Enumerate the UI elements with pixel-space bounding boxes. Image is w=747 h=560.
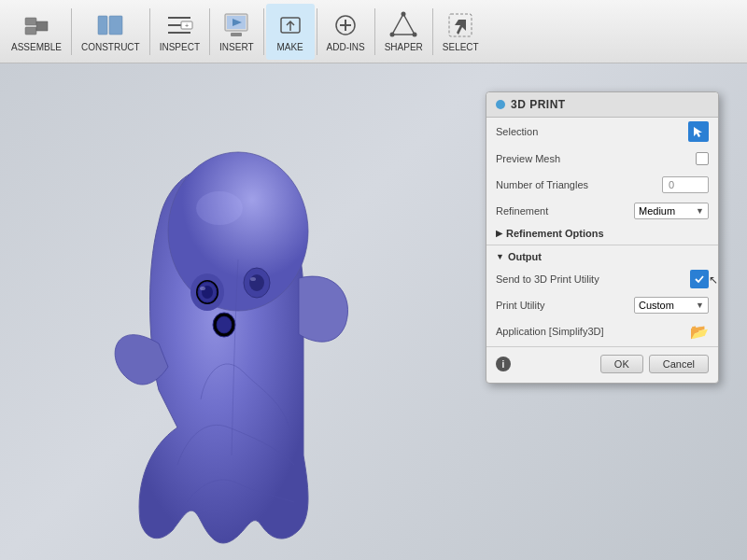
construct-label: CONSTRUCT — [81, 42, 140, 52]
svg-text:+: + — [185, 22, 189, 29]
svg-point-36 — [196, 191, 243, 225]
svg-rect-12 — [231, 33, 242, 36]
svg-rect-0 — [25, 18, 36, 25]
make-icon — [275, 10, 305, 40]
cancel-button[interactable]: Cancel — [649, 355, 709, 373]
selection-label: Selection — [496, 126, 688, 137]
toolbar-select[interactable]: SELECT — [435, 4, 486, 60]
3d-print-dialog: 3D PRINT Selection Preview Mesh Number o… — [486, 91, 719, 384]
svg-rect-2 — [98, 16, 107, 35]
footer-divider — [486, 346, 718, 347]
ok-button[interactable]: OK — [600, 355, 643, 373]
viewport[interactable]: 3D PRINT Selection Preview Mesh Number o… — [0, 63, 747, 560]
refinement-options-arrow-icon: ▶ — [496, 229, 502, 238]
selection-row: Selection — [486, 118, 718, 146]
inspect-label: INSPECT — [160, 42, 200, 52]
svg-marker-22 — [455, 20, 466, 35]
shaper-label: SHAPER — [385, 42, 423, 52]
refinement-dropdown[interactable]: Medium ▼ — [634, 203, 709, 219]
toolbar-addins[interactable]: ADD-INS — [319, 4, 373, 60]
preview-mesh-row: Preview Mesh — [486, 146, 718, 172]
output-header[interactable]: ▼ Output — [486, 247, 718, 266]
refinement-value: Medium — [639, 205, 675, 217]
insert-label: INSERT — [219, 42, 254, 52]
toolbar-inspect[interactable]: + INSPECT — [152, 4, 207, 60]
info-icon[interactable]: i — [496, 357, 511, 371]
svg-point-29 — [200, 287, 205, 290]
divider-2 — [149, 8, 150, 55]
print-utility-dropdown[interactable]: Custom ▼ — [634, 297, 709, 314]
print-utility-label: Print Utility — [496, 300, 634, 311]
refinement-options-header[interactable]: ▶ Refinement Options — [486, 224, 718, 243]
divider-output — [486, 245, 718, 245]
svg-point-18 — [402, 12, 406, 17]
ghost-model — [56, 110, 430, 539]
divider-1 — [71, 8, 72, 55]
dialog-title-bar: 3D PRINT — [486, 92, 718, 118]
construct-icon — [95, 10, 125, 40]
svg-marker-37 — [694, 127, 702, 137]
send-to-3d-control[interactable]: ↖ — [690, 270, 709, 288]
toolbar-make[interactable]: MAKE — [266, 4, 315, 60]
preview-mesh-checkbox[interactable] — [696, 152, 709, 165]
toolbar-assemble[interactable]: ASSEMBLE — [4, 4, 69, 60]
svg-point-20 — [413, 33, 417, 37]
refinement-control[interactable]: Medium ▼ — [634, 203, 709, 219]
refinement-row: Refinement Medium ▼ — [486, 198, 718, 224]
make-label: MAKE — [276, 42, 303, 52]
refinement-label: Refinement — [496, 205, 634, 217]
svg-rect-1 — [25, 27, 36, 35]
addins-label: ADD-INS — [327, 42, 365, 52]
application-row: Application [Simplify3D] 📂 — [486, 318, 718, 344]
refinement-arrow-icon: ▼ — [696, 206, 704, 216]
print-utility-control[interactable]: Custom ▼ — [634, 297, 709, 314]
dialog-title: 3D PRINT — [511, 98, 566, 111]
select-label: SELECT — [443, 42, 479, 52]
svg-rect-3 — [109, 16, 122, 35]
selection-control[interactable] — [688, 121, 709, 142]
insert-icon — [221, 10, 251, 40]
num-triangles-row: Number of Triangles 0 — [486, 172, 718, 198]
toolbar: ASSEMBLE CONSTRUCT + INSPECT — [0, 0, 747, 63]
svg-point-35 — [217, 316, 232, 333]
num-triangles-value: 0 — [662, 176, 709, 193]
inspect-icon: + — [164, 10, 194, 40]
divider-3 — [209, 8, 210, 55]
divider-4 — [263, 8, 264, 55]
send-to-3d-label: Send to 3D Print Utility — [496, 273, 690, 285]
svg-marker-17 — [392, 14, 415, 35]
application-label: Application [Simplify3D] — [496, 326, 690, 337]
svg-point-23 — [168, 152, 308, 311]
print-utility-value: Custom — [639, 300, 674, 311]
assemble-icon — [21, 10, 51, 40]
preview-mesh-control[interactable] — [696, 152, 709, 165]
divider-7 — [432, 8, 433, 55]
num-triangles-control: 0 — [662, 176, 709, 193]
refinement-options-label: Refinement Options — [506, 228, 604, 239]
print-utility-row: Print Utility Custom ▼ — [486, 292, 718, 318]
select-icon — [445, 10, 475, 40]
output-arrow-icon: ▼ — [496, 252, 504, 261]
folder-icon[interactable]: 📂 — [690, 323, 709, 341]
toolbar-construct[interactable]: CONSTRUCT — [74, 4, 148, 60]
svg-point-19 — [390, 33, 395, 37]
toolbar-insert[interactable]: INSERT — [212, 4, 261, 60]
divider-5 — [317, 8, 317, 55]
print-utility-arrow-icon: ▼ — [696, 301, 704, 310]
preview-mesh-label: Preview Mesh — [496, 153, 696, 164]
send-to-3d-checkbox[interactable] — [690, 270, 709, 288]
svg-point-32 — [250, 277, 256, 281]
addins-icon — [331, 10, 360, 40]
shaper-icon — [388, 10, 418, 40]
svg-point-31 — [249, 274, 264, 291]
send-to-3d-row: Send to 3D Print Utility ↖ — [486, 266, 718, 292]
assemble-label: ASSEMBLE — [11, 42, 62, 52]
dialog-indicator — [496, 100, 505, 109]
selection-cursor-icon[interactable] — [688, 121, 709, 142]
application-control[interactable]: 📂 — [690, 323, 709, 341]
divider-6 — [374, 8, 375, 55]
output-label: Output — [508, 251, 542, 262]
toolbar-shaper[interactable]: SHAPER — [377, 4, 430, 60]
dialog-footer: i OK Cancel — [486, 349, 718, 375]
num-triangles-label: Number of Triangles — [496, 179, 662, 190]
